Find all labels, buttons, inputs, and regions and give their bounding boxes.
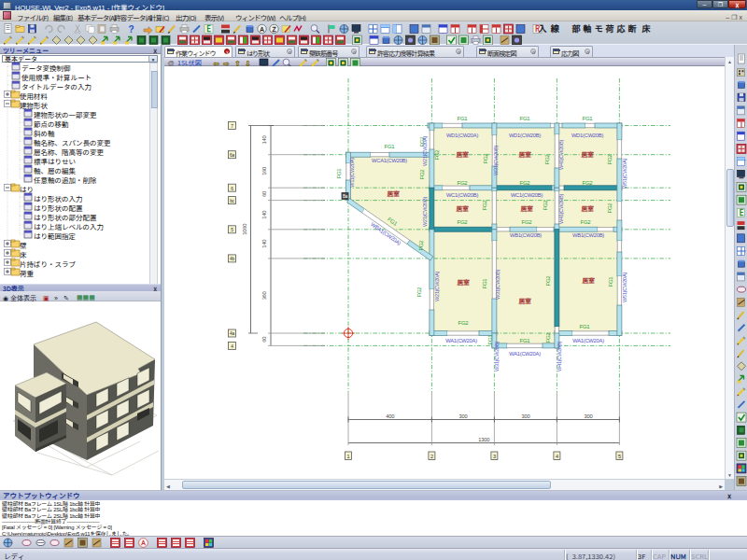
svg-text:FG2: FG2 xyxy=(434,149,440,161)
svg-text:WB1(CW20B): WB1(CW20B) xyxy=(510,232,542,238)
svg-text:@: @ xyxy=(167,58,174,67)
svg-text:FG2: FG2 xyxy=(583,180,594,186)
svg-text:W21(CW20A): W21(CW20A) xyxy=(422,136,428,166)
svg-text:FG2: FG2 xyxy=(522,219,533,225)
svg-text:FG1: FG1 xyxy=(580,324,591,329)
svg-text:FG2: FG2 xyxy=(416,287,422,298)
svg-text:FG2: FG2 xyxy=(581,219,592,225)
svg-text:居室: 居室 xyxy=(581,205,594,213)
svg-text:W31(CW20B): W31(CW20B) xyxy=(493,146,499,175)
svg-text:FG2: FG2 xyxy=(419,169,425,180)
svg-text:W51(CW20A): W51(CW20A) xyxy=(622,159,627,189)
svg-text:W41(CW20B): W41(CW20B) xyxy=(558,194,564,224)
svg-text:W11(CW20A): W11(CW20A) xyxy=(349,158,355,188)
svg-text:160: 160 xyxy=(262,167,268,175)
svg-text:W51(CW20A): W51(CW20A) xyxy=(622,273,627,302)
svg-text:WD1(CW20A): WD1(CW20A) xyxy=(446,133,479,138)
svg-text:WD1(CW20B): WD1(CW20B) xyxy=(509,133,542,138)
svg-text:FG2: FG2 xyxy=(482,200,487,211)
svg-text:WA1(CW20A): WA1(CW20A) xyxy=(509,351,541,357)
svg-text:FG2: FG2 xyxy=(607,203,613,214)
svg-text:300: 300 xyxy=(521,413,529,419)
svg-text:W41(CW20B): W41(CW20B) xyxy=(558,140,564,170)
svg-text:FG1: FG1 xyxy=(385,144,396,149)
svg-text:E: E xyxy=(740,207,744,217)
svg-text:FG2: FG2 xyxy=(418,240,424,251)
svg-text:FG1: FG1 xyxy=(520,338,531,343)
svg-text:居室: 居室 xyxy=(581,151,594,159)
svg-text:E: E xyxy=(206,23,211,34)
svg-text:WD1(CW20B): WD1(CW20B) xyxy=(571,133,604,138)
svg-text:FG1: FG1 xyxy=(608,276,613,287)
svg-text:WC1(CW20B): WC1(CW20B) xyxy=(446,192,479,198)
svg-text:1SL伏図: 1SL伏図 xyxy=(177,58,202,67)
svg-text:FG2: FG2 xyxy=(545,332,551,343)
svg-text:60: 60 xyxy=(262,337,268,343)
svg-text:居室: 居室 xyxy=(518,298,531,305)
svg-text:400: 400 xyxy=(386,413,394,419)
svg-text:居室: 居室 xyxy=(387,190,400,198)
svg-text:300: 300 xyxy=(458,413,467,419)
svg-text:FG2: FG2 xyxy=(520,180,531,186)
svg-text:居室: 居室 xyxy=(518,151,531,159)
svg-text:FG2: FG2 xyxy=(458,219,469,225)
svg-text:FG1: FG1 xyxy=(458,116,469,121)
svg-text:W21(CW20A): W21(CW20A) xyxy=(434,272,440,301)
svg-text:WA1(CW20A): WA1(CW20A) xyxy=(572,338,604,343)
svg-text:WB1(CW20B): WB1(CW20B) xyxy=(572,232,604,238)
svg-text:60: 60 xyxy=(262,191,268,197)
svg-text:WA1(CW20A): WA1(CW20A) xyxy=(445,338,477,343)
svg-text:300: 300 xyxy=(584,413,592,419)
svg-text:居室: 居室 xyxy=(456,205,469,213)
svg-text:W31(CW20B): W31(CW20B) xyxy=(494,342,500,371)
svg-text:A: A xyxy=(259,22,264,33)
svg-text:FG1: FG1 xyxy=(487,334,493,345)
svg-text:140: 140 xyxy=(262,211,268,219)
svg-text:FG2: FG2 xyxy=(543,200,548,211)
svg-text:Ba: Ba xyxy=(343,194,348,199)
svg-text:W21(CW20B): W21(CW20B) xyxy=(422,197,428,227)
svg-text:3: 3 xyxy=(493,454,496,459)
svg-text:2: 2 xyxy=(430,454,433,459)
svg-text:4: 4 xyxy=(556,454,558,459)
svg-text:Z: Z xyxy=(272,22,276,33)
svg-text:FG1: FG1 xyxy=(336,168,342,179)
svg-text:W41(CW20B): W41(CW20B) xyxy=(557,342,562,371)
svg-text:FG2: FG2 xyxy=(458,180,469,186)
svg-text:FG1: FG1 xyxy=(482,278,487,289)
svg-text:6a: 6a xyxy=(230,153,234,158)
svg-text:4b: 4b xyxy=(230,257,234,261)
svg-text:FG2: FG2 xyxy=(483,153,488,164)
svg-text:FG2: FG2 xyxy=(607,154,613,165)
svg-text:FG1: FG1 xyxy=(583,116,594,121)
svg-text:W31(CW20B): W31(CW20B) xyxy=(495,270,500,300)
svg-text:140: 140 xyxy=(262,136,268,145)
svg-text:WCA1(CW20B): WCA1(CW20B) xyxy=(372,158,407,163)
svg-text:居室: 居室 xyxy=(456,151,469,159)
svg-text:1: 1 xyxy=(347,454,350,459)
svg-text:?: ? xyxy=(128,21,134,35)
svg-text:A: A xyxy=(140,537,146,547)
svg-text:FG1: FG1 xyxy=(520,116,531,121)
svg-text:140: 140 xyxy=(262,240,268,248)
svg-text:FG2: FG2 xyxy=(544,154,550,165)
svg-text:1060: 1060 xyxy=(242,224,247,235)
svg-text:FG2: FG2 xyxy=(458,320,470,326)
svg-text:WC1(CW20B): WC1(CW20B) xyxy=(511,192,543,198)
svg-text:居室: 居室 xyxy=(582,277,595,285)
svg-text:360: 360 xyxy=(262,291,268,300)
svg-text:1300: 1300 xyxy=(478,437,489,442)
svg-text:4a: 4a xyxy=(230,331,234,336)
svg-text:居室: 居室 xyxy=(520,205,533,213)
svg-text:居室: 居室 xyxy=(457,279,470,287)
svg-text:5: 5 xyxy=(618,454,621,459)
svg-text:FG2: FG2 xyxy=(545,275,551,287)
